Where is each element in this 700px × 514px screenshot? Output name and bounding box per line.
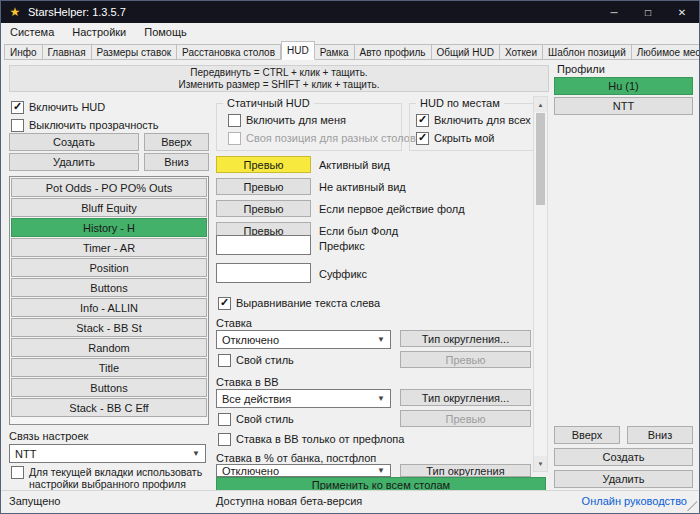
scroll-up-icon[interactable]: ▲ bbox=[534, 97, 547, 112]
bet-percent-mode-select[interactable]: Отключено ▼ bbox=[216, 464, 391, 477]
bet-rounding-button[interactable]: Тип округления... bbox=[400, 330, 531, 347]
hud-down-button[interactable]: Вниз bbox=[144, 153, 209, 171]
use-profile-settings-label: Для текущей вкладки использовать настрой… bbox=[29, 466, 207, 490]
enable-hud-checkbox[interactable]: Включить HUD bbox=[11, 101, 105, 114]
checkbox-mark bbox=[416, 132, 429, 145]
tab-hud[interactable]: HUD bbox=[281, 41, 315, 60]
suffix-input[interactable] bbox=[216, 263, 311, 283]
scroll-thumb[interactable] bbox=[536, 113, 545, 205]
list-item[interactable]: Stack - BB St bbox=[11, 318, 207, 337]
profile-item-hu[interactable]: Hu (1) bbox=[554, 77, 693, 95]
center-scrollbar[interactable]: ▲ ▼ bbox=[533, 96, 548, 472]
profile-down-button[interactable]: Вниз bbox=[627, 426, 693, 444]
app-window: ★ StarsHelper: 1.3.5.7 ─ □ ✕ Система Нас… bbox=[0, 0, 700, 514]
statusbar: Запущено Доступна новая бета-версия Онла… bbox=[1, 490, 699, 513]
checkbox-mark bbox=[218, 354, 231, 367]
list-item[interactable]: Title bbox=[11, 358, 207, 377]
hint-line2: Изменить размер = SHIFT + клик + тащить. bbox=[178, 79, 379, 91]
menu-system[interactable]: Система bbox=[1, 23, 63, 41]
profile-item-ntt[interactable]: NTT bbox=[554, 97, 693, 115]
list-item[interactable]: Stack - BB C Eff bbox=[11, 398, 207, 417]
bet-bb-mode-value: Все действия bbox=[222, 393, 291, 405]
preview-inactive-button[interactable]: Превью bbox=[216, 178, 311, 195]
list-item[interactable]: Position bbox=[11, 258, 207, 277]
static-hud-own-position-checkbox: Своя позиция для разных столов bbox=[228, 132, 416, 145]
static-hud-title: Статичный HUD bbox=[223, 97, 314, 109]
tab-hotkeys[interactable]: Хоткеи bbox=[500, 44, 543, 60]
static-hud-enable-checkbox[interactable]: Включить для меня bbox=[228, 114, 346, 127]
tab-position-template[interactable]: Шаблон позиций bbox=[543, 44, 632, 60]
tabbar: Инфо Главная Размеры ставок Расстановка … bbox=[1, 41, 699, 60]
list-item[interactable]: Info - ALLIN bbox=[11, 298, 207, 317]
align-left-label: Выравнивание текста слева bbox=[236, 297, 380, 309]
list-item[interactable]: Bluff Equity bbox=[11, 198, 207, 217]
hud-elements-list[interactable]: Pot Odds - PO PO% Outs Bluff Equity Hist… bbox=[9, 176, 209, 425]
prefix-label: Префикс bbox=[319, 240, 365, 252]
hud-by-place-hide-mine-checkbox[interactable]: Скрыть мой bbox=[416, 132, 494, 145]
bet-bb-mode-select[interactable]: Все действия ▼ bbox=[216, 389, 391, 408]
bet-own-style-label: Свой стиль bbox=[236, 354, 294, 366]
preview-active-button[interactable]: Превью bbox=[216, 156, 311, 173]
checkbox-mark bbox=[218, 297, 231, 310]
bet-mode-select[interactable]: Отключено ▼ bbox=[216, 330, 391, 349]
tab-frame[interactable]: Рамка bbox=[315, 44, 355, 60]
link-settings-select[interactable]: NTT ▼ bbox=[9, 444, 206, 463]
preview-first-fold-label: Если первое действие фолд bbox=[319, 203, 465, 215]
resize-grip-icon[interactable] bbox=[687, 501, 697, 511]
maximize-button[interactable]: □ bbox=[631, 1, 665, 23]
bet-percent-rounding-button[interactable]: Тип округления bbox=[400, 464, 531, 477]
tab-favorite-seat[interactable]: Любимое место bbox=[632, 44, 700, 60]
drag-hint-box: Передвинуть = CTRL + клик + тащить. Изме… bbox=[9, 65, 549, 92]
checkbox-mark bbox=[11, 119, 24, 132]
tab-table-arrangement[interactable]: Расстановка столов bbox=[177, 44, 281, 60]
profile-delete-button[interactable]: Удалить bbox=[554, 470, 693, 488]
chevron-down-icon: ▼ bbox=[377, 394, 385, 403]
preview-first-fold-button[interactable]: Превью bbox=[216, 200, 311, 217]
tab-main[interactable]: Главная bbox=[43, 44, 92, 60]
list-item[interactable]: Pot Odds - PO PO% Outs bbox=[11, 178, 207, 197]
checkbox-mark bbox=[228, 114, 241, 127]
online-guide-link[interactable]: Онлайн руководство bbox=[582, 495, 687, 507]
checkbox-mark bbox=[11, 101, 24, 114]
window-controls: ─ □ ✕ bbox=[597, 1, 699, 23]
use-profile-settings-checkbox[interactable]: Для текущей вкладки использовать настрой… bbox=[11, 466, 207, 490]
profile-up-button[interactable]: Вверх bbox=[554, 426, 620, 444]
bet-bb-preflop-only-checkbox[interactable]: Ставка в BB только от префлопа bbox=[218, 433, 404, 446]
link-settings-value: NTT bbox=[15, 448, 36, 460]
disable-transparency-label: Выключить прозрачность bbox=[29, 119, 159, 131]
menu-settings[interactable]: Настройки bbox=[63, 23, 135, 41]
minimize-button[interactable]: ─ bbox=[597, 1, 631, 23]
static-hud-enable-label: Включить для меня bbox=[246, 114, 346, 126]
tab-auto-profile[interactable]: Авто профиль bbox=[355, 44, 432, 60]
tab-bet-sizes[interactable]: Размеры ставок bbox=[92, 44, 178, 60]
bet-own-style-checkbox[interactable]: Свой стиль bbox=[218, 354, 294, 367]
list-item[interactable]: Buttons bbox=[11, 378, 207, 397]
profile-create-button[interactable]: Создать bbox=[554, 448, 693, 466]
menu-help[interactable]: Помощь bbox=[135, 23, 196, 41]
list-item[interactable]: Random bbox=[11, 338, 207, 357]
prefix-input[interactable] bbox=[216, 235, 311, 255]
tab-common-hud[interactable]: Общий HUD bbox=[432, 44, 500, 60]
align-left-checkbox[interactable]: Выравнивание текста слева bbox=[218, 297, 380, 310]
bet-bb-rounding-button[interactable]: Тип округления... bbox=[400, 389, 531, 406]
status-beta-notice: Доступна новая бета-версия bbox=[216, 495, 362, 507]
hud-delete-button[interactable]: Удалить bbox=[9, 153, 139, 171]
list-item-selected[interactable]: History - H bbox=[11, 218, 207, 237]
bet-bb-preview-button: Превью bbox=[400, 410, 531, 427]
tab-info[interactable]: Инфо bbox=[4, 44, 43, 60]
preview-active-label: Активный вид bbox=[319, 159, 390, 171]
hud-up-button[interactable]: Вверх bbox=[144, 133, 209, 151]
bet-mode-value: Отключено bbox=[222, 334, 279, 346]
bet-bb-own-style-checkbox[interactable]: Свой стиль bbox=[218, 413, 294, 426]
close-button[interactable]: ✕ bbox=[665, 1, 699, 23]
static-hud-own-position-label: Своя позиция для разных столов bbox=[246, 132, 416, 144]
hud-create-button[interactable]: Создать bbox=[9, 133, 139, 151]
list-item[interactable]: Timer - AR bbox=[11, 238, 207, 257]
scroll-down-icon[interactable]: ▼ bbox=[534, 456, 547, 471]
hud-by-place-enable-checkbox[interactable]: Включить для всех bbox=[416, 114, 531, 127]
menubar: Система Настройки Помощь bbox=[1, 23, 699, 41]
list-item[interactable]: Buttons bbox=[11, 278, 207, 297]
checkbox-mark bbox=[228, 132, 241, 145]
disable-transparency-checkbox[interactable]: Выключить прозрачность bbox=[11, 119, 159, 132]
hud-tab-page: Передвинуть = CTRL + клик + тащить. Изме… bbox=[1, 60, 699, 490]
